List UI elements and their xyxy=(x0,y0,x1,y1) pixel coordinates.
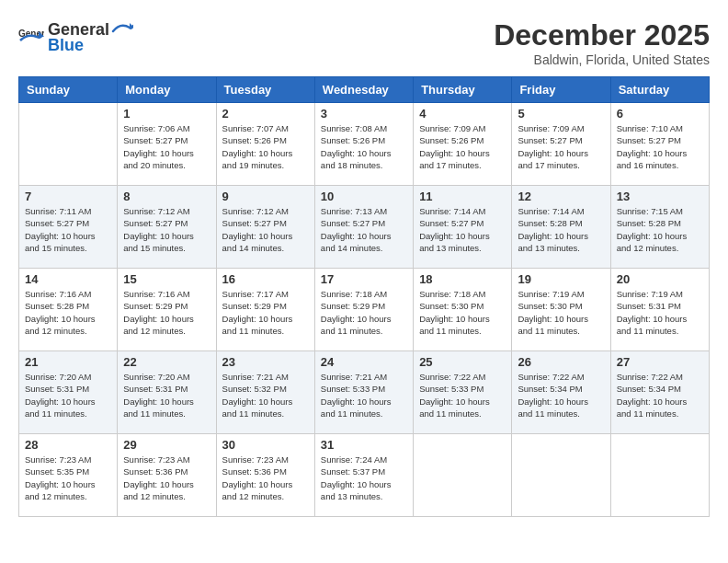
logo: General General Blue xyxy=(18,18,133,55)
day-number: 24 xyxy=(321,355,407,369)
calendar-cell: 7Sunrise: 7:11 AMSunset: 5:27 PMDaylight… xyxy=(19,186,118,269)
day-info: Sunrise: 7:22 AMSunset: 5:34 PMDaylight:… xyxy=(518,371,604,419)
calendar-week-row: 21Sunrise: 7:20 AMSunset: 5:31 PMDayligh… xyxy=(19,351,710,434)
day-number: 3 xyxy=(321,107,407,121)
day-number: 7 xyxy=(25,190,111,203)
calendar-cell: 28Sunrise: 7:23 AMSunset: 5:35 PMDayligh… xyxy=(19,434,118,517)
day-number: 23 xyxy=(222,355,309,369)
day-info: Sunrise: 7:20 AMSunset: 5:31 PMDaylight:… xyxy=(25,371,111,419)
day-header-tuesday: Tuesday xyxy=(216,77,314,103)
calendar-cell: 25Sunrise: 7:22 AMSunset: 5:33 PMDayligh… xyxy=(414,351,512,434)
calendar-cell xyxy=(512,434,610,517)
calendar-cell: 30Sunrise: 7:23 AMSunset: 5:36 PMDayligh… xyxy=(216,434,314,517)
day-number: 12 xyxy=(518,190,604,203)
day-number: 11 xyxy=(419,190,506,203)
day-number: 30 xyxy=(222,438,309,452)
day-header-saturday: Saturday xyxy=(610,77,709,103)
calendar-cell: 20Sunrise: 7:19 AMSunset: 5:31 PMDayligh… xyxy=(610,269,709,351)
day-info: Sunrise: 7:16 AMSunset: 5:29 PMDaylight:… xyxy=(123,288,210,337)
calendar-cell: 31Sunrise: 7:24 AMSunset: 5:37 PMDayligh… xyxy=(314,434,413,517)
day-info: Sunrise: 7:21 AMSunset: 5:32 PMDaylight:… xyxy=(222,371,309,419)
day-info: Sunrise: 7:11 AMSunset: 5:27 PMDaylight:… xyxy=(25,205,111,254)
calendar-cell: 19Sunrise: 7:19 AMSunset: 5:30 PMDayligh… xyxy=(512,269,610,351)
day-info: Sunrise: 7:10 AMSunset: 5:27 PMDaylight:… xyxy=(617,122,703,171)
calendar-cell: 4Sunrise: 7:09 AMSunset: 5:26 PMDaylight… xyxy=(414,103,512,186)
day-number: 29 xyxy=(123,438,210,452)
calendar-cell: 11Sunrise: 7:14 AMSunset: 5:27 PMDayligh… xyxy=(414,186,512,269)
day-info: Sunrise: 7:14 AMSunset: 5:27 PMDaylight:… xyxy=(419,205,506,254)
day-info: Sunrise: 7:12 AMSunset: 5:27 PMDaylight:… xyxy=(222,205,309,254)
day-number: 2 xyxy=(222,107,309,121)
header: General General Blue December 2025 Baldw… xyxy=(18,18,710,67)
day-header-thursday: Thursday xyxy=(414,77,512,103)
calendar-cell: 10Sunrise: 7:13 AMSunset: 5:27 PMDayligh… xyxy=(314,186,413,269)
day-number: 21 xyxy=(25,355,111,369)
day-info: Sunrise: 7:24 AMSunset: 5:37 PMDaylight:… xyxy=(321,454,407,502)
calendar-cell: 29Sunrise: 7:23 AMSunset: 5:36 PMDayligh… xyxy=(118,434,216,517)
day-info: Sunrise: 7:21 AMSunset: 5:33 PMDaylight:… xyxy=(321,371,407,419)
day-header-monday: Monday xyxy=(118,77,216,103)
day-number: 1 xyxy=(123,107,210,121)
day-info: Sunrise: 7:15 AMSunset: 5:28 PMDaylight:… xyxy=(617,205,703,254)
calendar-cell xyxy=(414,434,512,517)
calendar-cell: 2Sunrise: 7:07 AMSunset: 5:26 PMDaylight… xyxy=(216,103,314,186)
calendar-cell xyxy=(19,103,118,186)
day-number: 4 xyxy=(419,107,506,121)
calendar-cell: 26Sunrise: 7:22 AMSunset: 5:34 PMDayligh… xyxy=(512,351,610,434)
day-info: Sunrise: 7:20 AMSunset: 5:31 PMDaylight:… xyxy=(123,371,210,419)
day-number: 31 xyxy=(321,438,407,452)
day-number: 25 xyxy=(419,355,506,369)
day-info: Sunrise: 7:09 AMSunset: 5:26 PMDaylight:… xyxy=(419,122,506,171)
day-info: Sunrise: 7:19 AMSunset: 5:30 PMDaylight:… xyxy=(518,288,604,337)
day-number: 19 xyxy=(518,272,604,286)
day-info: Sunrise: 7:23 AMSunset: 5:35 PMDaylight:… xyxy=(25,454,111,502)
day-header-sunday: Sunday xyxy=(19,77,118,103)
location-title: Baldwin, Florida, United States xyxy=(494,52,710,67)
day-info: Sunrise: 7:23 AMSunset: 5:36 PMDaylight:… xyxy=(123,454,210,502)
day-info: Sunrise: 7:18 AMSunset: 5:29 PMDaylight:… xyxy=(321,288,407,337)
day-number: 16 xyxy=(222,272,309,286)
day-number: 8 xyxy=(123,190,210,203)
day-info: Sunrise: 7:13 AMSunset: 5:27 PMDaylight:… xyxy=(321,205,407,254)
day-number: 17 xyxy=(321,272,407,286)
day-number: 27 xyxy=(617,355,703,369)
calendar-cell: 9Sunrise: 7:12 AMSunset: 5:27 PMDaylight… xyxy=(216,186,314,269)
day-info: Sunrise: 7:23 AMSunset: 5:36 PMDaylight:… xyxy=(222,454,309,502)
day-number: 20 xyxy=(617,272,703,286)
calendar-cell: 23Sunrise: 7:21 AMSunset: 5:32 PMDayligh… xyxy=(216,351,314,434)
calendar-cell: 6Sunrise: 7:10 AMSunset: 5:27 PMDaylight… xyxy=(610,103,709,186)
calendar-cell: 14Sunrise: 7:16 AMSunset: 5:28 PMDayligh… xyxy=(19,269,118,351)
day-number: 15 xyxy=(123,272,210,286)
calendar-cell: 24Sunrise: 7:21 AMSunset: 5:33 PMDayligh… xyxy=(314,351,413,434)
day-info: Sunrise: 7:19 AMSunset: 5:31 PMDaylight:… xyxy=(617,288,703,337)
day-info: Sunrise: 7:14 AMSunset: 5:28 PMDaylight:… xyxy=(518,205,604,254)
day-info: Sunrise: 7:09 AMSunset: 5:27 PMDaylight:… xyxy=(518,122,604,171)
day-number: 22 xyxy=(123,355,210,369)
calendar-cell: 16Sunrise: 7:17 AMSunset: 5:29 PMDayligh… xyxy=(216,269,314,351)
day-number: 13 xyxy=(617,190,703,203)
day-info: Sunrise: 7:22 AMSunset: 5:34 PMDaylight:… xyxy=(617,371,703,419)
calendar-week-row: 28Sunrise: 7:23 AMSunset: 5:35 PMDayligh… xyxy=(19,434,710,517)
calendar-week-row: 7Sunrise: 7:11 AMSunset: 5:27 PMDaylight… xyxy=(19,186,710,269)
day-number: 10 xyxy=(321,190,407,203)
day-info: Sunrise: 7:08 AMSunset: 5:26 PMDaylight:… xyxy=(321,122,407,171)
calendar-cell: 5Sunrise: 7:09 AMSunset: 5:27 PMDaylight… xyxy=(512,103,610,186)
day-info: Sunrise: 7:17 AMSunset: 5:29 PMDaylight:… xyxy=(222,288,309,337)
day-number: 6 xyxy=(617,107,703,121)
calendar-cell: 8Sunrise: 7:12 AMSunset: 5:27 PMDaylight… xyxy=(118,186,216,269)
title-area: December 2025 Baldwin, Florida, United S… xyxy=(494,18,710,67)
calendar-cell: 17Sunrise: 7:18 AMSunset: 5:29 PMDayligh… xyxy=(314,269,413,351)
day-number: 26 xyxy=(518,355,604,369)
day-info: Sunrise: 7:06 AMSunset: 5:27 PMDaylight:… xyxy=(123,122,210,171)
calendar-cell: 15Sunrise: 7:16 AMSunset: 5:29 PMDayligh… xyxy=(118,269,216,351)
calendar-cell: 18Sunrise: 7:18 AMSunset: 5:30 PMDayligh… xyxy=(414,269,512,351)
day-number: 5 xyxy=(518,107,604,121)
calendar: SundayMondayTuesdayWednesdayThursdayFrid… xyxy=(18,76,710,517)
calendar-cell: 22Sunrise: 7:20 AMSunset: 5:31 PMDayligh… xyxy=(118,351,216,434)
day-number: 9 xyxy=(222,190,309,203)
logo-icon: General xyxy=(18,24,44,50)
calendar-cell: 27Sunrise: 7:22 AMSunset: 5:34 PMDayligh… xyxy=(610,351,709,434)
calendar-cell: 3Sunrise: 7:08 AMSunset: 5:26 PMDaylight… xyxy=(314,103,413,186)
day-info: Sunrise: 7:22 AMSunset: 5:33 PMDaylight:… xyxy=(419,371,506,419)
day-info: Sunrise: 7:12 AMSunset: 5:27 PMDaylight:… xyxy=(123,205,210,254)
